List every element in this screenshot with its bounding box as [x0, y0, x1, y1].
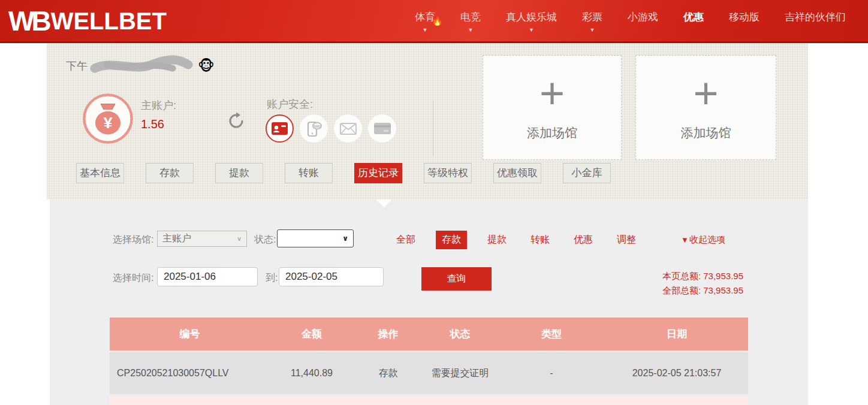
spacer	[729, 27, 760, 33]
page-total-label: 本页总额:	[662, 271, 701, 281]
status-filter-label: 状态:	[254, 234, 276, 246]
chevron-down-icon: ▼	[415, 27, 435, 33]
nav-item-promotions[interactable]: 优惠	[671, 10, 716, 33]
history-section: 选择场馆: 主账户 ∨ 状态: ∨ 全部 存款 提款 转账 优惠 调整 ▼收起选…	[50, 200, 808, 405]
greeting-text: 下午	[66, 59, 88, 73]
filter-withdraw[interactable]: 提款	[487, 234, 507, 246]
account-panel: 下午 🐵 ¥ 主账户: 1.56 账户安全:	[47, 43, 808, 200]
col-header-operation: 操作	[354, 326, 423, 342]
email-icon[interactable]	[334, 114, 362, 143]
add-venue-label: 添加场馆	[681, 125, 731, 141]
add-venue-box-1[interactable]: + 添加场馆	[483, 55, 622, 160]
account-balance: 1.56	[141, 117, 164, 131]
filter-adjustment[interactable]: 调整	[617, 234, 636, 246]
nav-item-label: 优惠	[683, 11, 704, 23]
money-bag-icon: ¥	[82, 92, 134, 145]
nav-item-esports[interactable]: 电竞 ▼	[448, 10, 493, 33]
main-account-label: 主账户:	[141, 98, 176, 113]
col-header-status: 状态	[423, 326, 498, 342]
fire-icon: 🔥	[432, 16, 443, 26]
page-total-line: 本页总额: 73,953.95	[662, 269, 743, 283]
account-security-label: 账户安全:	[267, 97, 313, 111]
greeting: 下午 🐵	[66, 55, 215, 77]
tab-basic-info[interactable]: 基本信息	[76, 163, 124, 183]
svg-text:¥: ¥	[104, 114, 113, 132]
collapse-options-link[interactable]: ▼收起选项	[681, 234, 725, 246]
table-row: CP25020521030057QLLV 11,440.89 存款 需要提交证明…	[110, 352, 748, 394]
spacer	[683, 27, 704, 33]
all-total-value: 73,953.95	[703, 285, 743, 295]
sms-phone-icon[interactable]: SMS	[300, 114, 328, 143]
table-row-partial	[110, 396, 748, 405]
chevron-down-icon: ▼	[582, 27, 602, 33]
svg-text:SMS: SMS	[314, 124, 321, 128]
tab-transfer[interactable]: 转账	[285, 163, 333, 183]
spacer	[628, 27, 658, 33]
add-venue-box-2[interactable]: + 添加场馆	[635, 55, 776, 160]
col-header-type: 类型	[498, 326, 605, 342]
all-total-line: 全部总额: 73,953.95	[662, 283, 743, 298]
vertical-divider	[433, 101, 433, 156]
bank-card-icon[interactable]	[368, 114, 396, 143]
tab-withdraw[interactable]: 提款	[215, 163, 263, 183]
monkey-emoji: 🐵	[198, 58, 215, 74]
status-select[interactable]: ∨	[277, 229, 354, 247]
plus-icon: +	[540, 74, 565, 113]
cell-date: 2025-02-05 21:03:57	[605, 365, 748, 381]
cell-status: 需要提交证明	[423, 365, 498, 381]
nav-item-partners[interactable]: 吉祥的伙伴们	[772, 10, 858, 33]
nav-menu: 🔥 体育 ▼ 电竞 ▼ 真人娱乐城 ▼ 彩票 ▼ 小游戏 优惠 移动版	[402, 0, 858, 43]
col-header-amount: 金额	[270, 326, 354, 342]
filter-deposit[interactable]: 存款	[436, 231, 467, 249]
cell-amount: 11,440.89	[270, 365, 354, 381]
security-icons-row: SMS	[266, 114, 396, 143]
account-tabs: 基本信息 存款 提款 转账 历史记录 等级特权 优惠领取 小金库	[76, 163, 611, 183]
nav-item-mini-games[interactable]: 小游戏	[615, 10, 671, 33]
nav-item-lottery[interactable]: 彩票 ▼	[569, 10, 615, 33]
plus-icon: +	[693, 74, 718, 113]
tab-vip-privileges[interactable]: 等级特权	[424, 163, 472, 183]
nav-item-live-casino[interactable]: 真人娱乐城 ▼	[493, 10, 569, 33]
cell-number: CP25020521030057QLLV	[110, 365, 270, 381]
tab-promo-claim[interactable]: 优惠领取	[493, 163, 541, 183]
chevron-down-icon: ▼	[460, 27, 481, 33]
date-from-input[interactable]	[157, 267, 258, 286]
history-table: 编号 金额 操作 状态 类型 日期 CP25020521030057QLLV 1…	[110, 318, 748, 405]
id-card-icon[interactable]	[266, 114, 294, 143]
panel-notch	[376, 200, 392, 207]
venue-select[interactable]: 主账户 ∨	[157, 231, 247, 247]
chevron-down-icon: ▼	[506, 27, 557, 33]
cell-operation: 存款	[354, 365, 423, 381]
tab-history[interactable]: 历史记录	[354, 163, 402, 183]
all-total-label: 全部总额:	[662, 285, 701, 295]
wellbet-logo[interactable]: WB WELLBET	[8, 7, 167, 35]
spacer	[785, 27, 846, 33]
logo-text: WELLBET	[51, 9, 167, 33]
filter-transfer[interactable]: 转账	[531, 234, 550, 246]
totals-block: 本页总额: 73,953.95 全部总额: 73,953.95	[662, 269, 743, 298]
nav-item-label: 小游戏	[628, 11, 658, 23]
page-total-value: 73,953.95	[703, 271, 743, 281]
tab-vault[interactable]: 小金库	[563, 163, 611, 183]
refresh-balance-icon[interactable]	[228, 113, 245, 129]
nav-item-label: 电竞	[460, 11, 481, 23]
triangle-down-icon: ▼	[681, 235, 689, 244]
query-button[interactable]: 查询	[421, 267, 492, 291]
nav-item-label: 吉祥的伙伴们	[785, 11, 846, 23]
logo-mark: WB	[8, 7, 49, 35]
nav-item-mobile[interactable]: 移动版	[716, 10, 772, 33]
filter-all[interactable]: 全部	[396, 234, 415, 246]
nav-item-label: 彩票	[582, 11, 602, 23]
date-to-input[interactable]	[279, 267, 384, 286]
to-label: 到:	[266, 272, 278, 285]
tab-deposit[interactable]: 存款	[146, 163, 194, 183]
col-header-number: 编号	[110, 326, 270, 342]
venue-filter-label: 选择场馆:	[113, 234, 153, 246]
venue-select-value: 主账户	[162, 232, 191, 245]
add-venue-label: 添加场馆	[527, 125, 577, 141]
filter-promo[interactable]: 优惠	[574, 234, 593, 246]
chevron-down-icon: ∨	[342, 234, 348, 243]
chevron-down-icon: ∨	[237, 235, 242, 243]
redacted-username-scribble	[89, 55, 195, 77]
nav-item-sports[interactable]: 🔥 体育 ▼	[402, 10, 448, 33]
